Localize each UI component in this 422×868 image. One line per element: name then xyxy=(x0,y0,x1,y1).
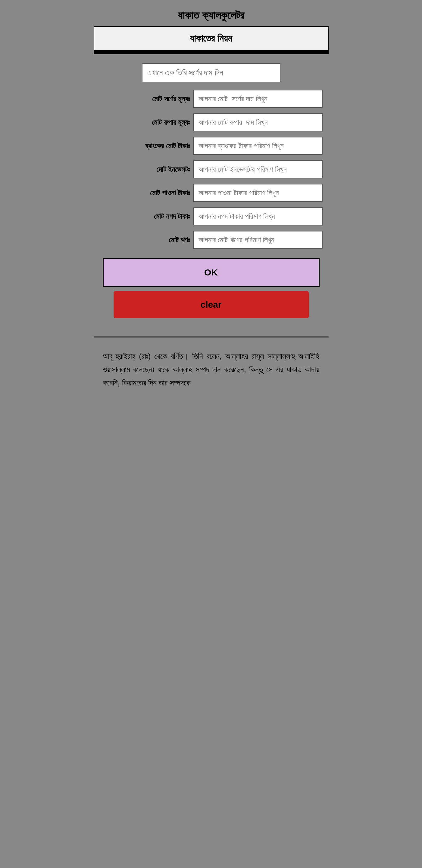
footer-divider xyxy=(94,336,329,338)
gold-price-container xyxy=(100,63,323,82)
main-content: মোট সর্ণের মূল্যঃমোট রুপার মূল্যঃব্যাংকে… xyxy=(94,54,329,333)
form-label-6: মোট ঋণঃ xyxy=(100,235,190,244)
form-input-6[interactable] xyxy=(193,231,323,249)
form-row: মোট রুপার মূল্যঃ xyxy=(100,113,323,131)
form-label-0: মোট সর্ণের মূল্যঃ xyxy=(100,94,190,103)
gold-price-input[interactable] xyxy=(142,63,281,82)
clear-button[interactable]: clear xyxy=(113,291,309,318)
form-label-2: ব্যাংকের মোট টাকাঃ xyxy=(100,141,190,150)
app-title: যাকাত ক্যালকুলেটর xyxy=(94,0,329,26)
form-row: মোট সর্ণের মূল্যঃ xyxy=(100,90,323,108)
form-input-5[interactable] xyxy=(193,207,323,225)
form-input-0[interactable] xyxy=(193,90,323,108)
form-label-3: মোট ইনভেসটঃ xyxy=(100,164,190,174)
black-divider xyxy=(94,51,329,54)
form-row: ব্যাংকের মোট টাকাঃ xyxy=(100,137,323,155)
ok-button[interactable]: OK xyxy=(103,258,320,287)
form-input-4[interactable] xyxy=(193,184,323,202)
form-row: মোট ইনভেসটঃ xyxy=(100,160,323,179)
form-input-3[interactable] xyxy=(193,160,323,179)
form-fields: মোট সর্ণের মূল্যঃমোট রুপার মূল্যঃব্যাংকে… xyxy=(100,90,323,249)
form-label-4: মোট পাওনা টাকাঃ xyxy=(100,188,190,197)
tab-bar[interactable]: যাকাতের নিয়ম xyxy=(94,26,329,51)
button-container: OK clear xyxy=(100,258,323,318)
form-label-1: মোট রুপার মূল্যঃ xyxy=(100,118,190,127)
form-label-5: মোট নগদ টাকাঃ xyxy=(100,212,190,221)
tab-label: যাকাতের নিয়ম xyxy=(190,33,232,44)
form-row: মোট নগদ টাকাঃ xyxy=(100,207,323,225)
form-row: মোট পাওনা টাকাঃ xyxy=(100,184,323,202)
form-input-2[interactable] xyxy=(193,137,323,155)
form-input-1[interactable] xyxy=(193,113,323,131)
footer-text: আবূ হুরাইরাহ্ (রাঃ) থেকে বর্ণিত। তিনি বল… xyxy=(94,341,329,399)
app-container: যাকাত ক্যালকুলেটর যাকাতের নিয়ম মোট সর্ণ… xyxy=(94,0,329,399)
form-row: মোট ঋণঃ xyxy=(100,231,323,249)
